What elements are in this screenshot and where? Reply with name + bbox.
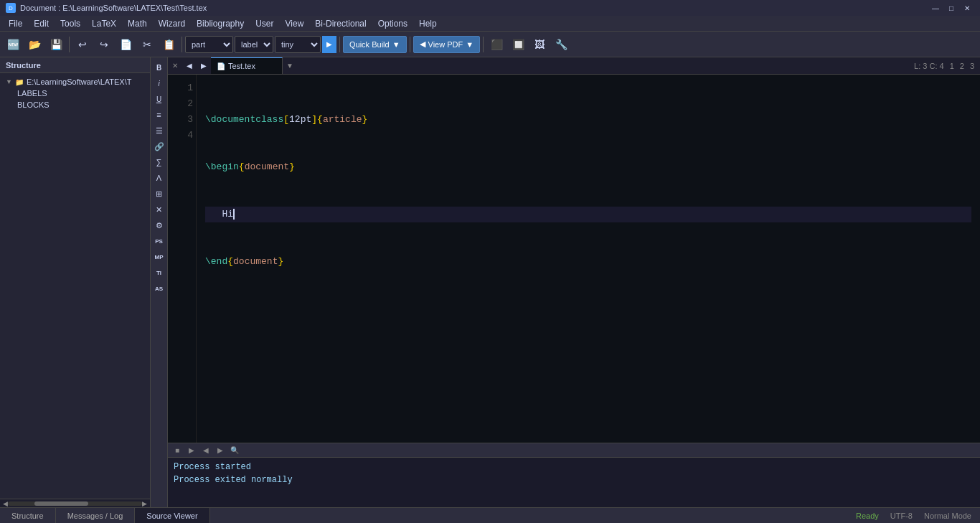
- menu-bibliography[interactable]: Bibliography: [191, 16, 250, 32]
- menu-tools[interactable]: Tools: [55, 16, 86, 32]
- panel-btn-table[interactable]: ⊞: [152, 187, 166, 201]
- panel-btn-struct[interactable]: ⚙: [152, 218, 166, 232]
- panel-btn-align[interactable]: ≡: [152, 108, 166, 122]
- panel-btn-list[interactable]: ☰: [152, 123, 166, 138]
- panel-btn-env[interactable]: Λ: [152, 171, 166, 185]
- line-num-1: 1: [171, 80, 193, 96]
- file-icon: 📄: [217, 62, 225, 70]
- open-button[interactable]: 📂: [24, 34, 44, 55]
- separator-3: [339, 37, 340, 52]
- panel-btn-ps[interactable]: PS: [152, 234, 166, 248]
- output-stop-button[interactable]: ■: [171, 445, 184, 456]
- panel-btn-as[interactable]: AS: [152, 281, 166, 296]
- encoding-label: UTF-8: [890, 512, 913, 520]
- menu-file[interactable]: File: [3, 16, 28, 32]
- tree-labels-item[interactable]: LABELS: [14, 88, 147, 99]
- line-numbers: 1 2 3 4: [168, 75, 197, 443]
- main-area: Structure ▼ 📁 E:\LearningSoftware\LATEX\…: [0, 57, 980, 507]
- tab-filename: Test.tex: [228, 62, 255, 70]
- redo-button[interactable]: ↪: [94, 34, 114, 55]
- tab-messages-log[interactable]: Messages / Log: [56, 508, 136, 523]
- panel-btn-ti[interactable]: TI: [152, 265, 166, 280]
- close-button[interactable]: ✕: [960, 1, 974, 14]
- code-line-1: \documentclass[12pt]{article}: [205, 112, 971, 128]
- panel-btn-cross[interactable]: ✕: [152, 202, 166, 217]
- tab-messages-label: Messages / Log: [67, 512, 123, 520]
- tab-source-viewer-label: Source Viewer: [146, 512, 197, 520]
- tab-prev-button[interactable]: ◀: [182, 57, 197, 74]
- menu-user[interactable]: User: [250, 16, 279, 32]
- label-dropdown[interactable]: label: [235, 36, 273, 53]
- tree-root-label: E:\LearningSoftware\LATEX\T: [27, 77, 132, 86]
- menu-math[interactable]: Math: [122, 16, 153, 32]
- menu-wizard[interactable]: Wizard: [153, 16, 191, 32]
- maximize-button[interactable]: □: [944, 1, 958, 14]
- output-line-1: Process started: [174, 461, 974, 473]
- output-play-button[interactable]: ▶: [185, 445, 198, 456]
- scroll-right-arrow[interactable]: ▶: [142, 500, 147, 507]
- new-doc-button[interactable]: 📄: [116, 34, 136, 55]
- tab-close-icon[interactable]: ✕: [168, 57, 182, 74]
- code-area[interactable]: \documentclass[12pt]{article} \begin{doc…: [197, 75, 980, 443]
- size-dropdown[interactable]: tiny small normal large: [275, 36, 321, 53]
- arrow-left-icon: ◀: [420, 39, 425, 49]
- panel-btn-mp[interactable]: MP: [152, 250, 166, 264]
- tab-bar: ✕ ◀ ▶ 📄 Test.tex ▼ L: 3 C: 4 1 2 3: [168, 57, 980, 75]
- line-num-3: 3: [171, 112, 193, 128]
- tab-next-button[interactable]: ▶: [197, 57, 211, 74]
- tool-btn-2[interactable]: 🔲: [508, 34, 528, 55]
- tab-source-viewer[interactable]: Source Viewer: [135, 508, 209, 523]
- status-bar-right: L: 3 C: 4 1 2 3: [908, 57, 980, 74]
- editor-area: ✕ ◀ ▶ 📄 Test.tex ▼ L: 3 C: 4 1 2 3 1 2 3…: [168, 57, 980, 507]
- view-pdf-button[interactable]: ◀ View PDF ▼: [413, 36, 481, 53]
- output-left-button[interactable]: ◀: [199, 445, 212, 456]
- part-dropdown[interactable]: part chapter section: [185, 36, 233, 53]
- quick-build-arrow: ▼: [392, 40, 400, 49]
- line-num-4: 4: [171, 128, 193, 143]
- menu-help[interactable]: Help: [413, 16, 443, 32]
- panel-btn-ref[interactable]: 🔗: [152, 139, 166, 154]
- tab-structure[interactable]: Structure: [0, 508, 56, 523]
- panel-btn-italic[interactable]: i: [152, 76, 166, 90]
- menu-options[interactable]: Options: [372, 16, 413, 32]
- tree-blocks-item[interactable]: BLOCKS: [14, 99, 147, 110]
- menu-bidirectional[interactable]: Bi-Directional: [309, 16, 372, 32]
- code-line-3: Hi: [205, 207, 971, 222]
- output-zoom-button[interactable]: 🔍: [228, 445, 241, 456]
- insert-arrow-button[interactable]: ▶: [322, 36, 336, 53]
- view-pdf-label: View PDF: [428, 40, 463, 49]
- tab-dropdown-button[interactable]: ▼: [283, 57, 297, 74]
- sidebar-scrollbar[interactable]: ◀ ▶: [0, 499, 150, 507]
- copy-button[interactable]: 📋: [159, 34, 179, 55]
- panel-btn-math[interactable]: ∑: [152, 155, 166, 169]
- line-col-position: L: 3 C: 4: [914, 62, 944, 70]
- menu-latex[interactable]: LaTeX: [86, 16, 122, 32]
- undo-button[interactable]: ↩: [72, 34, 93, 55]
- view-pdf-arrow: ▼: [466, 40, 473, 49]
- tree-root-item[interactable]: ▼ 📁 E:\LearningSoftware\LATEX\T: [3, 76, 147, 88]
- window-title: Document : E:\LearningSoftware\LATEX\Tes…: [20, 4, 207, 12]
- tree-folder-icon: 📁: [15, 78, 24, 86]
- save-button[interactable]: 💾: [46, 34, 66, 55]
- menu-edit[interactable]: Edit: [28, 16, 55, 32]
- output-right-button[interactable]: ▶: [214, 445, 227, 456]
- editor-tab-test[interactable]: 📄 Test.tex: [211, 57, 283, 74]
- tool-btn-1[interactable]: ⬛: [486, 34, 507, 55]
- code-line-4: \end{document}: [205, 254, 971, 270]
- view-mode-2: 2: [960, 62, 964, 70]
- minimize-button[interactable]: —: [928, 1, 943, 14]
- output-line-2: Process exited normally: [174, 473, 974, 486]
- quick-build-button[interactable]: Quick Build ▼: [343, 36, 407, 53]
- menu-view[interactable]: View: [280, 16, 310, 32]
- tool-btn-4[interactable]: 🔧: [551, 34, 571, 55]
- tree-labels-label: LABELS: [17, 89, 47, 98]
- cut-button[interactable]: ✂: [137, 34, 157, 55]
- scroll-left-arrow[interactable]: ◀: [3, 500, 8, 507]
- new-button[interactable]: 🆕: [3, 34, 23, 55]
- panel-btn-underline[interactable]: U: [152, 92, 166, 106]
- toolbar: 🆕 📂 💾 ↩ ↪ 📄 ✂ 📋 part chapter section lab…: [0, 32, 980, 57]
- tool-btn-3[interactable]: 🖼: [529, 34, 550, 55]
- output-panel: ■ ▶ ◀ ▶ 🔍 Process started Process exited…: [168, 443, 980, 507]
- tree-children: LABELS BLOCKS: [3, 88, 147, 110]
- panel-btn-bold[interactable]: B: [152, 60, 166, 75]
